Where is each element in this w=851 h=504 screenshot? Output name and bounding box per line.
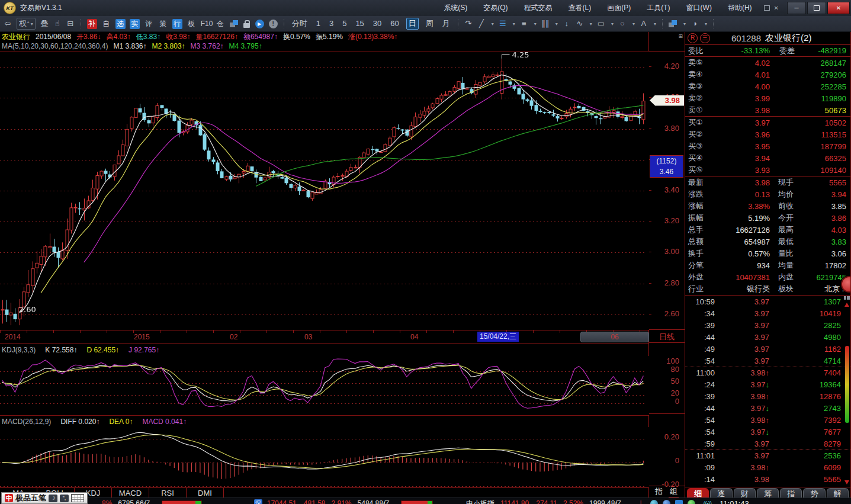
tick-scrollbar[interactable] (843, 296, 850, 487)
period-label[interactable]: 日线 (649, 332, 685, 342)
period-button-1[interactable]: 1 (314, 18, 322, 29)
kdj-canvas[interactable] (0, 356, 649, 415)
globe-icon[interactable] (650, 500, 658, 504)
scrollbar-thumb[interactable] (845, 346, 849, 423)
minimize-button[interactable]: ─ (787, 2, 806, 14)
tick-price: 3.97 (715, 345, 769, 354)
ime-mode-icon[interactable]: ☽ (49, 495, 57, 502)
draw-tool-icon-3[interactable]: ≡ (520, 18, 528, 30)
period-button-15[interactable]: 15 (354, 18, 365, 29)
period-button-月[interactable]: 月 (441, 18, 452, 29)
quick-button-F10[interactable]: F10 (201, 19, 211, 29)
mdi-restore-icon[interactable] (764, 5, 770, 11)
period-button-日[interactable]: 日 (406, 18, 419, 30)
draw-tool-icon-6[interactable]: ∿ (576, 18, 584, 30)
maximize-button[interactable] (807, 2, 826, 14)
draw-tool-icon-0[interactable]: ↷ (464, 18, 473, 30)
quote-tab-逐[interactable]: 逐 (710, 488, 732, 497)
overlay-button[interactable]: 叠 (40, 18, 49, 30)
menu-item[interactable]: 系统(S) (444, 3, 467, 13)
expand-pane-icon[interactable]: ⊞ (678, 33, 682, 39)
quick-button-行[interactable]: 行 (172, 19, 182, 29)
draw-tool-icon-1[interactable]: ╱ (477, 18, 486, 30)
pin-icon[interactable] (844, 296, 850, 300)
layers-icon[interactable] (230, 20, 239, 28)
draw-tool-icon-2[interactable]: ☰ (499, 18, 507, 30)
ime-logo-icon[interactable]: 中 (5, 494, 13, 502)
scroll-down-icon[interactable] (844, 480, 849, 484)
period-button-周[interactable]: 周 (424, 18, 435, 29)
quote-tab-细[interactable]: 细 (687, 488, 709, 497)
adjust-rights-button[interactable]: 权+▾ (17, 18, 36, 30)
candlestick-canvas[interactable] (0, 52, 649, 330)
ime-punct-icon[interactable]: ”, (60, 495, 69, 502)
period-button-60[interactable]: 60 (388, 18, 400, 29)
hand-tool-icon[interactable]: ☝ (53, 18, 62, 30)
menu-item[interactable]: 工具(T) (647, 3, 670, 13)
quick-button-策[interactable]: 策 (158, 19, 168, 29)
menu-lines-icon[interactable]: 三 (700, 33, 710, 43)
range-box[interactable]: 06 (580, 332, 649, 342)
message-icon[interactable] (675, 500, 683, 504)
detail-label: 前收 (770, 201, 813, 211)
bid-label: 买① (685, 117, 720, 128)
rights-icon[interactable]: R (688, 33, 698, 43)
quick-button-实[interactable]: 实 (130, 19, 140, 29)
quote-tab-筹[interactable]: 筹 (757, 488, 779, 497)
axis-divider (649, 486, 685, 486)
detail-value: 10407381 (720, 273, 770, 282)
draw-tool-icon-7[interactable]: ▭ (597, 18, 605, 30)
time-axis[interactable]: 2014201502030415/04/22,三06 (0, 330, 648, 344)
draw-tool-icon-5[interactable]: ↓ (563, 18, 571, 30)
ime-keyboard-icon[interactable] (71, 494, 84, 502)
back-arrow-icon[interactable]: ⇦ (4, 18, 12, 30)
quote-tab-财[interactable]: 财 (734, 488, 756, 497)
lock-icon[interactable] (243, 19, 251, 28)
quote-tab-势[interactable]: 势 (803, 488, 825, 497)
ma-params: MA(5,10,20,30,60,120,240,360,4) (2, 41, 108, 51)
detail-value: 4.03 (813, 226, 850, 235)
detail-value: 934 (720, 261, 770, 270)
copy-pages-icon[interactable] (669, 20, 677, 28)
palette-icon[interactable]: ◑ (691, 18, 699, 30)
quick-button-自[interactable]: 自 (101, 19, 111, 29)
period-button-3[interactable]: 3 (327, 18, 335, 29)
quick-button-评[interactable]: 评 (144, 19, 154, 29)
quick-button-板[interactable]: 板 (187, 19, 197, 29)
menu-item[interactable]: 查看(L) (569, 3, 592, 13)
menu-item[interactable]: 画面(P) (607, 3, 631, 13)
mdi-close-icon[interactable]: ✕ (774, 5, 779, 11)
detail-label: 总额 (685, 236, 720, 247)
period-button-分时[interactable]: 分时 (290, 18, 309, 29)
quick-button-选[interactable]: 选 (115, 19, 126, 29)
menu-item[interactable]: 程式交易 (524, 3, 553, 13)
draw-tool-icon-4[interactable]: ∥∥ (541, 18, 550, 30)
close-button[interactable]: ✕ (827, 2, 850, 14)
period-button-30[interactable]: 30 (371, 18, 383, 29)
quote-tab-解[interactable]: 解 (827, 488, 849, 497)
ask-label: 卖⑤ (685, 57, 720, 68)
draw-tool-icon-9[interactable]: A (640, 18, 648, 30)
draw-tool-icon-8[interactable]: ○ (618, 18, 627, 30)
menu-item[interactable]: 窗口(W) (686, 3, 712, 13)
time-label-02: 02 (230, 333, 237, 341)
ask-row-5: 卖①3.9850673 (685, 104, 850, 116)
quick-button-补[interactable]: 补 (87, 19, 97, 29)
plus-marker: + (27, 20, 30, 25)
ruler-icon[interactable]: ⊟ (66, 18, 75, 30)
market-status-icon[interactable] (688, 500, 695, 504)
macd-canvas[interactable] (0, 427, 649, 487)
alert-icon[interactable]: ! (269, 20, 278, 28)
quick-button-仓[interactable]: 仓 (215, 19, 225, 29)
candlestick-chart[interactable] (0, 51, 648, 330)
ask-volume: 279206 (770, 70, 850, 79)
menu-item[interactable]: 交易(Q) (483, 3, 508, 13)
period-button-5[interactable]: 5 (341, 18, 348, 29)
sync-icon[interactable] (663, 500, 670, 504)
quote-tab-指[interactable]: 指 (780, 488, 802, 497)
play-icon[interactable]: ▶ (255, 20, 264, 28)
menu-item[interactable]: 帮助(H) (728, 3, 752, 13)
kdj-k-value: K 72.558↑ (45, 344, 77, 356)
scroll-up-icon[interactable] (844, 303, 849, 307)
bid-price: 3.93 (720, 166, 770, 175)
